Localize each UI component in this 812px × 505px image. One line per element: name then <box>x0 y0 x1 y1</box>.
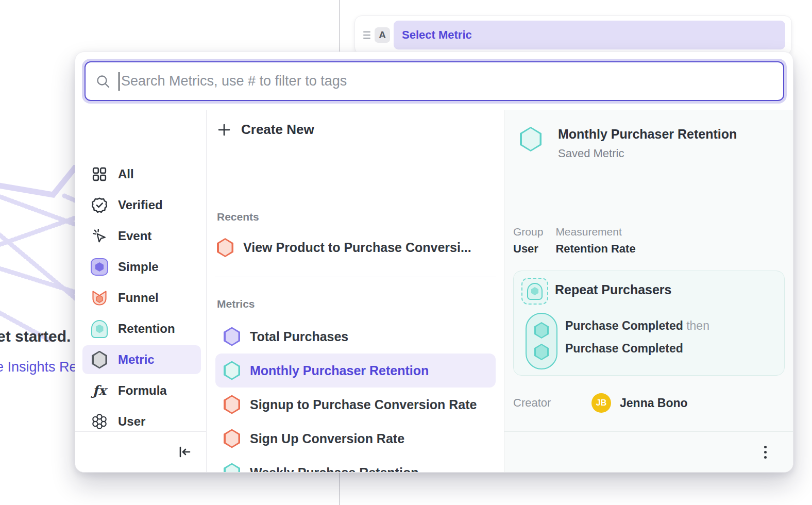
metric-picker-modal: All Verified <box>75 52 793 473</box>
hexagon-icon <box>534 322 549 339</box>
app-window: et started. e Insights Re A Select Metri… <box>0 0 812 505</box>
simple-metric-icon <box>91 258 108 276</box>
search-icon <box>96 74 110 89</box>
detail-subtitle: Saved Metric <box>558 147 737 160</box>
recents-heading: Recents <box>217 211 259 223</box>
cursor-click-icon <box>91 227 108 245</box>
text-caret <box>119 72 120 91</box>
creator-name: Jenna Bono <box>620 396 688 410</box>
kebab-menu-icon[interactable] <box>761 443 770 462</box>
sidebar-item-metric[interactable]: Metric <box>82 345 201 374</box>
grid-icon <box>91 165 108 183</box>
creator-row: Creator JB Jenna Bono <box>513 393 688 413</box>
hexagon-icon <box>534 344 549 360</box>
detail-footer <box>504 431 793 472</box>
metric-list-column: Create New Recents View Product to Purch… <box>207 110 504 472</box>
sidebar-footer <box>75 431 206 472</box>
then-connector: then <box>686 319 709 332</box>
series-a-badge: A <box>375 27 390 43</box>
sidebar-item-simple[interactable]: Simple <box>82 252 201 281</box>
behavior-step-1: Purchase Completed then <box>565 319 709 333</box>
measurement-meta: Measurement Retention Rate <box>555 226 635 256</box>
insights-report-link[interactable]: e Insights Re <box>0 359 77 375</box>
hexagon-icon <box>224 327 240 346</box>
detail-title: Monthly Purchaser Retention <box>558 127 737 142</box>
behavior-icon <box>521 278 548 305</box>
collapse-left-icon[interactable] <box>177 445 192 459</box>
hexagon-icon <box>224 361 240 380</box>
sequence-capsule <box>526 313 557 369</box>
metric-row-weekly-purchase-retention[interactable]: Weekly Purchase Retention <box>215 456 496 473</box>
sidebar-item-all[interactable]: All <box>82 160 201 189</box>
sidebar-item-formula[interactable]: ƒx Formula <box>82 376 201 405</box>
funnel-icon <box>91 289 108 307</box>
hexagon-icon <box>224 463 240 473</box>
behavior-card: Repeat Purchasers Purchase Completed the… <box>513 271 785 376</box>
sidebar-item-retention[interactable]: Retention <box>82 314 201 343</box>
search-focus-ring <box>82 59 787 104</box>
creator-avatar: JB <box>591 393 611 413</box>
list-divider <box>215 277 496 277</box>
recent-item[interactable]: View Product to Purchase Conversi... <box>217 238 471 257</box>
sidebar-item-event[interactable]: Event <box>82 222 201 250</box>
metric-row-card: A Select Metric <box>354 15 792 55</box>
filter-sidebar: All Verified <box>75 110 207 472</box>
metric-row-sign-up-conversion[interactable]: Sign Up Conversion Rate <box>215 422 496 456</box>
sidebar-item-verified[interactable]: Verified <box>82 191 201 220</box>
hexagon-icon <box>520 127 542 152</box>
hexagon-icon <box>217 238 233 257</box>
hexagon-icon <box>224 395 240 414</box>
search-box[interactable] <box>84 61 784 101</box>
verified-badge-icon <box>91 196 108 214</box>
behavior-name: Repeat Purchasers <box>555 282 672 297</box>
hexagon-icon <box>224 429 240 448</box>
metric-hexagon-icon <box>91 351 108 368</box>
metric-row-total-purchases[interactable]: Total Purchases <box>215 319 496 354</box>
plus-icon <box>217 123 231 137</box>
sidebar-item-funnel[interactable]: Funnel <box>82 283 201 312</box>
get-started-text: et started. <box>0 328 71 345</box>
group-meta: Group User <box>513 226 543 256</box>
metrics-heading: Metrics <box>217 298 255 310</box>
drag-handle-icon[interactable] <box>360 31 374 39</box>
user-cluster-icon <box>91 413 108 430</box>
metric-row-signup-to-purchase[interactable]: Signup to Purchase Conversion Rate <box>215 388 496 422</box>
metric-detail-panel: Monthly Purchaser Retention Saved Metric… <box>504 110 793 472</box>
retention-icon <box>91 320 108 338</box>
select-metric-button[interactable]: Select Metric <box>394 21 785 49</box>
formula-icon: ƒx <box>91 382 108 399</box>
search-input[interactable] <box>121 73 783 89</box>
creator-label: Creator <box>513 396 591 410</box>
metric-row-monthly-purchaser-retention[interactable]: Monthly Purchaser Retention <box>215 354 496 388</box>
behavior-step-2: Purchase Completed <box>565 342 709 356</box>
create-new-button[interactable]: Create New <box>217 122 314 138</box>
